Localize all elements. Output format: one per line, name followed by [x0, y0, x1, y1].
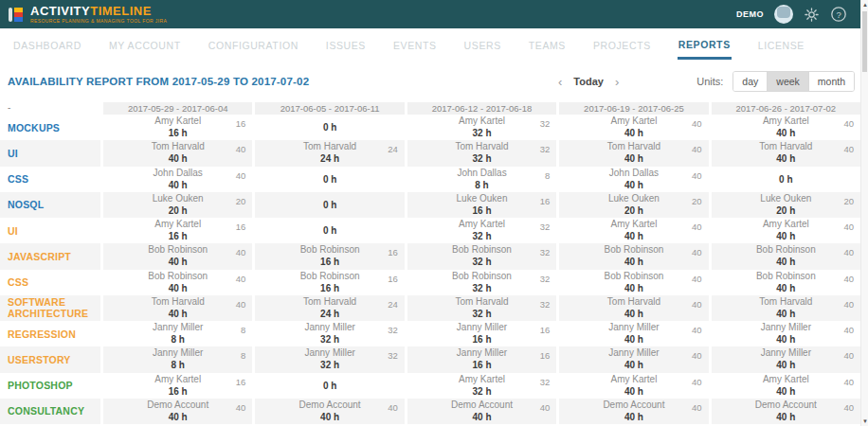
week-header-cell: 2017-06-12 - 2017-06-18: [407, 102, 556, 115]
availability-cell: John Dallas4040 h: [559, 167, 708, 192]
available-hours-value: 16: [236, 377, 246, 387]
report-toolbar: AVAILABILITY REPORT FROM 2017-05-29 TO 2…: [0, 61, 868, 102]
today-button[interactable]: Today: [573, 76, 604, 87]
availability-cell: Amy Kartel4040 h: [712, 115, 860, 140]
total-hours: 40 h: [712, 333, 860, 346]
scroll-down-icon[interactable]: ▼: [861, 417, 868, 426]
person-name: Bob Robinson: [712, 271, 860, 282]
available-hours-value: 40: [236, 144, 246, 154]
availability-cell: Janny Miller3232 h: [255, 346, 404, 372]
person-name: John Dallas: [103, 168, 252, 179]
row-label-cell: CSS: [0, 270, 100, 295]
row-label[interactable]: USERSTORY: [8, 354, 71, 365]
available-hours-value: 40: [692, 247, 702, 257]
person-name: Tom Harvald: [255, 141, 404, 152]
total-hours: 40 h: [559, 411, 708, 423]
person-name: Tom Harvald: [559, 296, 708, 308]
nav-item-reports[interactable]: REPORTS: [678, 30, 732, 60]
brand-activity: ACTIVITY: [30, 4, 90, 18]
total-hours: 40 h: [103, 152, 252, 165]
total-hours: 32 h: [255, 359, 404, 371]
availability-cell: Tom Harvald4040 h: [103, 295, 252, 321]
nav-item-configuration[interactable]: CONFIGURATION: [208, 31, 299, 58]
availability-cell: Amy Kartel3232 h: [407, 218, 556, 243]
available-hours-value: 40: [692, 402, 702, 413]
availability-cell: Luke Ouken2020 h: [712, 192, 860, 218]
available-hours-value: 40: [843, 118, 854, 129]
units-label: Units:: [696, 76, 723, 87]
available-hours-value: 16: [540, 196, 551, 206]
next-week-icon[interactable]: ›: [611, 76, 623, 88]
total-hours: 40 h: [712, 127, 860, 139]
available-hours-value: 32: [388, 350, 398, 361]
available-hours-value: 40: [236, 274, 246, 284]
person-name: Janny Miller: [103, 322, 252, 333]
help-icon[interactable]: ?: [830, 6, 847, 23]
availability-cell: Tom Harvald4040 h: [712, 140, 860, 166]
person-name: Demo Account: [559, 399, 708, 411]
person-name: Bob Robinson: [559, 244, 708, 256]
nav-item-users[interactable]: USERS: [463, 31, 502, 58]
person-name: Bob Robinson: [407, 271, 556, 282]
total-hours: 40 h: [559, 179, 708, 191]
unit-button-month[interactable]: month: [808, 72, 854, 91]
svg-text:?: ?: [836, 9, 841, 20]
total-hours: 40 h: [712, 152, 860, 165]
row-label[interactable]: UI: [8, 148, 18, 159]
row-label-cell: JAVASCRIPT: [0, 243, 100, 269]
unit-button-week[interactable]: week: [767, 72, 808, 91]
availability-cell: Janny Miller88 h: [103, 346, 252, 372]
app-logo-icon: [9, 7, 25, 23]
row-label[interactable]: UI: [8, 225, 18, 237]
row-label[interactable]: CONSULTANCY: [8, 405, 84, 417]
gear-icon[interactable]: [804, 7, 820, 23]
scroll-up-icon[interactable]: ▲: [861, 0, 868, 9]
row-label[interactable]: CSS: [8, 276, 28, 288]
row-label[interactable]: CSS: [8, 173, 28, 185]
scrollbar-thumb[interactable]: [862, 11, 867, 72]
row-label[interactable]: REGRESSION: [8, 328, 76, 340]
avatar[interactable]: [774, 5, 793, 24]
total-hours: 24 h: [255, 308, 404, 320]
nav-item-dashboard[interactable]: DASHBOARD: [12, 31, 82, 58]
available-hours-value: 32: [540, 274, 551, 284]
row-label[interactable]: NOSQL: [8, 199, 44, 210]
vertical-scrollbar[interactable]: ▲ ▼: [860, 0, 868, 426]
total-hours: 32 h: [255, 333, 404, 346]
person-name: Tom Harvald: [255, 296, 404, 308]
row-label-cell: UI: [0, 218, 100, 243]
available-hours-value: 40: [236, 402, 246, 413]
availability-cell: Amy Kartel3232 h: [407, 373, 556, 399]
available-hours-value: 16: [236, 222, 246, 232]
nav-item-teams[interactable]: TEAMS: [528, 31, 567, 58]
row-label[interactable]: PHOTOSHOP: [8, 380, 73, 391]
available-hours-value: 32: [388, 325, 398, 335]
table-corner-cell: -: [0, 102, 100, 115]
row-label[interactable]: MOCKUPS: [8, 122, 60, 133]
nav-item-license[interactable]: LICENSE: [757, 31, 805, 58]
nav-item-events[interactable]: EVENTS: [392, 31, 438, 58]
availability-cell: Amy Kartel4040 h: [712, 373, 860, 399]
available-hours-value: 16: [388, 274, 398, 284]
nav-item-projects[interactable]: PROJECTS: [592, 31, 652, 58]
available-hours-value: 40: [843, 222, 854, 232]
prev-week-icon[interactable]: ‹: [554, 76, 566, 88]
table-row: USERSTORYJanny Miller88 hJanny Miller323…: [0, 346, 860, 372]
available-hours-value: 40: [236, 299, 246, 310]
row-label-cell: REGRESSION: [0, 321, 100, 346]
nav-item-my-account[interactable]: MY ACCOUNT: [108, 31, 182, 58]
person-name: Luke Ouken: [559, 193, 708, 204]
availability-cell: Janny Miller4040 h: [712, 321, 860, 346]
row-label[interactable]: SOFTWARE ARCHITECTURE: [8, 296, 100, 319]
availability-cell: Luke Ouken2020 h: [103, 192, 252, 218]
unit-button-day[interactable]: day: [733, 72, 767, 91]
table-row: UITom Harvald4040 hTom Harvald2424 hTom …: [0, 140, 860, 166]
total-hours: 40 h: [559, 282, 708, 294]
availability-cell: Demo Account4040 h: [712, 399, 860, 424]
total-hours: 40 h: [559, 308, 708, 320]
person-name: Tom Harvald: [407, 296, 556, 308]
availability-cell: Amy Kartel1616 h: [103, 115, 252, 140]
row-label[interactable]: JAVASCRIPT: [8, 251, 71, 262]
availability-cell: Bob Robinson1616 h: [255, 243, 404, 269]
nav-item-issues[interactable]: ISSUES: [325, 31, 367, 58]
